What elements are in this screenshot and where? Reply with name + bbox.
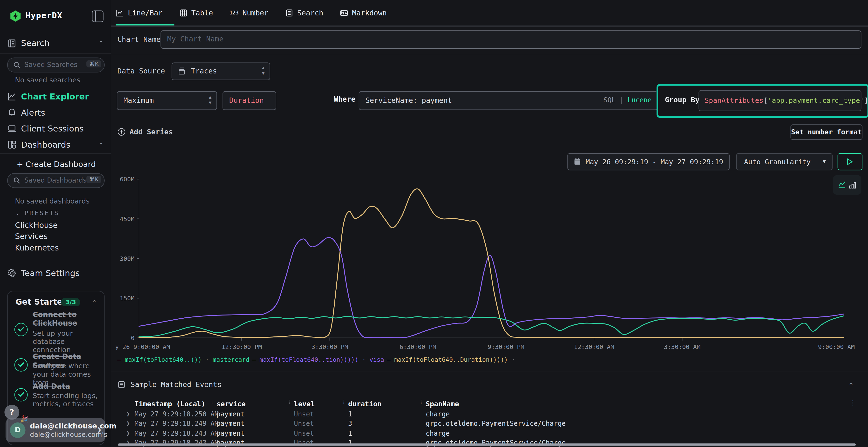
presets-header[interactable]: ⌄PRESETS (15, 209, 59, 217)
col-duration[interactable]: duration (348, 400, 381, 408)
chart-name-label: Chart Name (117, 35, 161, 44)
preset-services[interactable]: Services (15, 232, 48, 241)
event-cell[interactable]: payment (217, 420, 245, 427)
chevron-up-icon[interactable]: ⌃ (92, 299, 97, 306)
event-cell[interactable]: 3 (348, 420, 352, 427)
event-cell[interactable]: payment (217, 410, 245, 418)
help-button[interactable]: ? (4, 405, 19, 420)
tab-search[interactable]: Search (285, 9, 323, 17)
saved-dashboards-placeholder: Saved Dashboards (24, 176, 87, 184)
y-axis-tick-label: 450M (120, 215, 134, 222)
event-cell[interactable]: May 27 9:29:18.243 AM (134, 439, 218, 447)
run-query-button[interactable] (838, 153, 863, 170)
sidebar-section-search[interactable]: Search ⌃ (7, 38, 103, 50)
bell-icon (7, 108, 17, 117)
column-resize-handle[interactable]: ⁞ (288, 400, 291, 404)
row-expand-icon[interactable]: ❯ (126, 410, 130, 418)
x-axis-tick-label: 9:30:00 PM (488, 343, 524, 350)
saved-searches-input[interactable]: Saved Searches ⌘K (7, 58, 105, 72)
aggregation-value: Maximum (123, 96, 154, 104)
chart-name-input[interactable]: My Chart Name (161, 30, 862, 49)
chevron-up-icon: ⌃ (98, 40, 103, 47)
event-cell[interactable]: 1 (348, 439, 352, 447)
event-cell[interactable]: grpc.oteldemo.PaymentService/Charge (426, 420, 566, 427)
row-expand-icon[interactable]: ❯ (126, 429, 130, 437)
events-menu-icon[interactable]: ⋮ (850, 399, 856, 407)
dashboard-icon (7, 140, 17, 149)
tab-markdown[interactable]: Markdown (340, 9, 387, 17)
preset-clickhouse[interactable]: ClickHouse (15, 220, 58, 230)
event-cell[interactable]: May 27 9:29:18.250 AM (134, 410, 218, 418)
sidebar-item-dashboards[interactable]: Dashboards ⌃ (0, 138, 111, 152)
horizontal-scrollbar[interactable] (118, 443, 856, 446)
tab-number[interactable]: 123 Number (229, 9, 268, 17)
event-cell[interactable]: payment (217, 429, 245, 437)
event-cell[interactable]: May 27 9:29:18.249 AM (134, 420, 218, 427)
event-cell[interactable]: Unset (294, 429, 314, 437)
series-line-visa (139, 238, 844, 338)
col-timestamp[interactable]: Timestamp (Local) (134, 400, 206, 408)
col-level[interactable]: level (294, 400, 315, 408)
lucene-toggle[interactable]: Lucene (628, 96, 652, 104)
y-axis-tick-label: 300M (120, 255, 134, 262)
event-cell[interactable]: charge (426, 429, 450, 437)
sql-toggle[interactable]: SQL (603, 96, 616, 104)
sidebar-item-chart-explorer[interactable]: Chart Explorer (0, 90, 111, 104)
date-range-input[interactable]: May 26 09:29:19 - May 27 09:29:19 (567, 153, 730, 170)
saved-dashboards-input[interactable]: Saved Dashboards ⌘K (7, 173, 105, 188)
column-resize-handle[interactable]: ⁞ (420, 400, 423, 404)
chart-name-placeholder: My Chart Name (167, 35, 223, 43)
sample-events-header[interactable]: Sample Matched Events (117, 381, 222, 389)
laptop-icon (7, 124, 17, 133)
aggregation-select[interactable]: Maximum ▲▼ (117, 91, 217, 110)
sidebar-item-team-settings[interactable]: Team Settings (0, 266, 111, 280)
saved-searches-placeholder: Saved Searches (24, 61, 78, 69)
event-cell[interactable]: Unset (294, 420, 314, 427)
timeseries-chart[interactable]: 0150M300M450M600MMay 26 9:00:00 AM12:30:… (115, 175, 857, 357)
event-cell[interactable]: 1 (348, 429, 352, 437)
legend-item[interactable]: — maxIf(toFloat640..Duration))))) · (387, 356, 515, 364)
event-cell[interactable]: Unset (294, 410, 314, 418)
create-dashboard-button[interactable]: + Create Dashboard (17, 160, 96, 169)
get-started-item-subtitle: Start sending logs, metrics, or traces (33, 391, 99, 408)
x-axis-tick-label: 9:00:00 AM (818, 343, 855, 350)
select-chevrons-icon: ▲▼ (262, 65, 265, 76)
field-input[interactable]: Duration (222, 91, 276, 110)
check-circle-icon (14, 323, 28, 336)
sidebar-item-client-sessions[interactable]: Client Sessions (0, 122, 111, 136)
sidebar-item-alerts[interactable]: Alerts (0, 106, 111, 120)
bracket-open: [ (763, 96, 768, 104)
event-cell[interactable]: May 27 9:29:18.243 AM (134, 429, 218, 437)
group-by-input[interactable]: SpanAttributes['app.payment.card_type'] (699, 90, 861, 111)
sidebar-collapse-icon[interactable] (92, 10, 103, 22)
legend-item[interactable]: — maxIf(toFloat640..))) · mastercard (117, 356, 249, 364)
data-source-label: Data Source (117, 67, 165, 75)
data-source-select[interactable]: Traces ▲▼ (172, 62, 270, 80)
column-resize-handle[interactable]: ⁞ (342, 400, 345, 404)
legend-item[interactable]: — maxIf(toFloat640..tion))))) · visa (252, 356, 384, 364)
col-spanname[interactable]: SpanName (426, 400, 459, 408)
set-number-format-button[interactable]: Set number format (790, 125, 863, 140)
event-cell[interactable]: grpc.oteldemo.PaymentService/Charge (426, 439, 566, 447)
row-expand-icon[interactable]: ❯ (126, 420, 130, 427)
granularity-select[interactable]: Auto Granularity ▼ (736, 153, 833, 170)
event-cell[interactable]: charge (426, 410, 450, 418)
where-input[interactable]: ServiceName: payment SQL | Lucene (359, 91, 658, 110)
user-account-chip[interactable]: D dale@clickhouse.com dale@clickhouse.co… (5, 418, 105, 442)
tab-line-bar[interactable]: Line/Bar (116, 9, 162, 17)
check-circle-icon (14, 358, 28, 372)
collapse-events-icon[interactable]: ⌃ (849, 381, 853, 389)
add-series-button[interactable]: Add Series (117, 127, 173, 137)
chevron-right-icon: ❯ (96, 426, 102, 434)
select-chevrons-icon: ▲▼ (209, 95, 212, 106)
group-by-function: SpanAttributes (705, 96, 764, 104)
group-by-key: 'app.payment.card_type' (768, 96, 864, 104)
event-cell[interactable]: payment (217, 439, 245, 447)
tab-table[interactable]: Table (179, 9, 213, 17)
column-resize-handle[interactable]: ⁞ (210, 400, 214, 404)
event-cell[interactable]: 1 (348, 410, 352, 418)
col-service[interactable]: service (217, 400, 246, 408)
preset-kubernetes[interactable]: Kubernetes (15, 243, 59, 252)
event-cell[interactable]: Unset (294, 439, 314, 447)
chevron-down-icon: ⌄ (15, 209, 20, 217)
